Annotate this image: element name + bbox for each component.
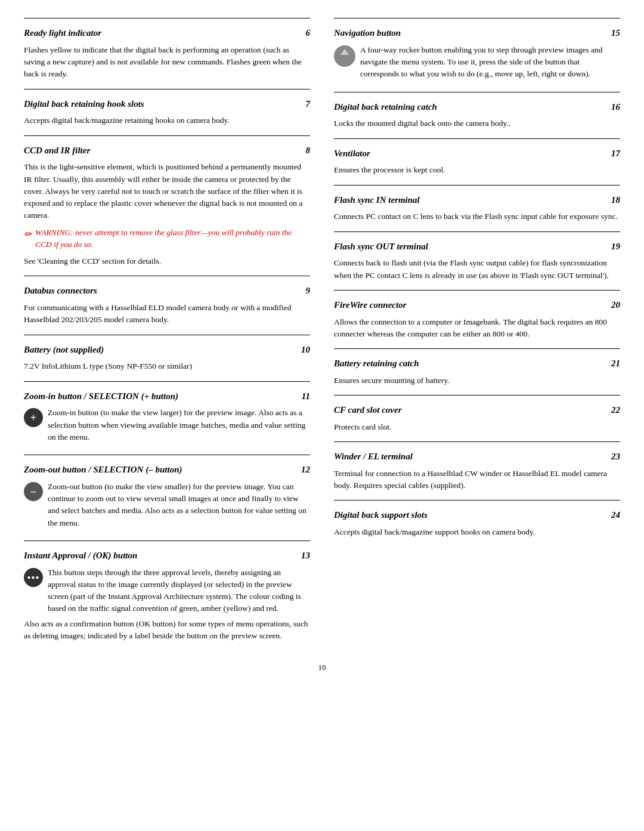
section-title-flash-sync-in-terminal: Flash sync IN terminal18 (334, 194, 620, 207)
section-title-ccd-and-ir-filter: CCD and IR filter8 (24, 144, 310, 157)
section-navigation-button: Navigation button15A four-way rocker but… (334, 18, 620, 89)
dots-icon: ●●● (24, 568, 43, 587)
title-text-firewire-connector: FireWire connector (334, 299, 407, 312)
plus-icon: + (24, 408, 43, 427)
section-title-zoom-out-button: Zoom-out button / SELECTION (– button)12 (24, 464, 310, 477)
section-digital-back-retaining-hook-slots: Digital back retaining hook slots7Accept… (24, 89, 310, 133)
section-ccd-and-ir-filter: CCD and IR filter8This is the light-sens… (24, 135, 310, 274)
title-text-ventilator: Ventilator (334, 147, 370, 160)
section-battery-retaining-catch: Battery retaining catch21Ensures secure … (334, 348, 620, 393)
title-text-digital-back-retaining-hook-slots: Digital back retaining hook slots (24, 98, 144, 111)
section-cf-card-slot-cover: CF card slot cover22Protects card slot. (334, 395, 620, 439)
body-para-0-flash-sync-in-terminal: Connects PC contact on C lens to back vi… (334, 211, 620, 223)
title-text-battery-not-supplied: Battery (not supplied) (24, 344, 104, 357)
section-body-zoom-out-button: –Zoom-out button (to make the view small… (24, 481, 310, 529)
section-instant-approval-ok-button: Instant Approval / (OK) button13●●●This … (24, 540, 310, 648)
section-title-navigation-button: Navigation button15 (334, 27, 620, 40)
section-number-ccd-and-ir-filter: 8 (306, 144, 311, 157)
section-title-battery-not-supplied: Battery (not supplied)10 (24, 344, 310, 357)
body-para-0-battery-retaining-catch: Ensures secure mounting of battery. (334, 375, 620, 387)
section-number-digital-back-retaining-hook-slots: 7 (306, 98, 311, 111)
section-title-battery-retaining-catch: Battery retaining catch21 (334, 357, 620, 370)
body-para-0-cf-card-slot-cover: Protects card slot. (334, 421, 620, 433)
section-zoom-out-button: Zoom-out button / SELECTION (– button)12… (24, 455, 310, 538)
section-digital-back-support-slots: Digital back support slots24Accepts digi… (334, 500, 620, 544)
section-body-battery-retaining-catch: Ensures secure mounting of battery. (334, 375, 620, 387)
section-number-battery-not-supplied: 10 (301, 344, 310, 357)
section-title-digital-back-support-slots: Digital back support slots24 (334, 509, 620, 522)
section-number-ready-light-indicator: 6 (306, 27, 311, 40)
body-para-0-digital-back-retaining-hook-slots: Accepts digital back/magazine retaining … (24, 115, 310, 126)
title-text-ccd-and-ir-filter: CCD and IR filter (24, 144, 90, 157)
section-title-digital-back-retaining-hook-slots: Digital back retaining hook slots7 (24, 98, 310, 111)
body-para-0-flash-sync-out-terminal: Connects back to flash unit (via the Fla… (334, 257, 620, 282)
section-digital-back-retaining-catch: Digital back retaining catch16Locks the … (334, 92, 620, 136)
title-text-databus-connectors: Databus connectors (24, 285, 97, 298)
section-number-flash-sync-in-terminal: 18 (611, 194, 620, 207)
section-ready-light-indicator: Ready light indicator6Flashes yellow to … (24, 18, 310, 87)
section-number-instant-approval-ok-button: 13 (301, 549, 310, 563)
title-text-zoom-out-button: Zoom-out button / SELECTION (– button) (24, 464, 182, 477)
section-title-databus-connectors: Databus connectors9 (24, 285, 310, 298)
title-text-zoom-in-button: Zoom-in button / SELECTION (+ button) (24, 390, 178, 403)
section-number-zoom-out-button: 12 (301, 464, 310, 477)
section-flash-sync-in-terminal: Flash sync IN terminal18Connects PC cont… (334, 185, 620, 229)
section-title-zoom-in-button: Zoom-in button / SELECTION (+ button)11 (24, 390, 310, 403)
section-body-ready-light-indicator: Flashes yellow to indicate that the digi… (24, 44, 310, 81)
section-number-cf-card-slot-cover: 22 (611, 404, 620, 417)
section-body-digital-back-support-slots: Accepts digital back/magazine support ho… (334, 526, 620, 538)
warning-text-ccd-and-ir-filter: WARNING: never attempt to remove the gla… (35, 227, 310, 251)
section-firewire-connector: FireWire connector20Allows the connectio… (334, 290, 620, 346)
warning-ccd-and-ir-filter: ✏WARNING: never attempt to remove the gl… (24, 227, 310, 251)
icon-row-zoom-out-button: –Zoom-out button (to make the view small… (24, 481, 310, 529)
body-para-0-winder-el-terminal: Terminal for connection to a Hasselblad … (334, 468, 620, 492)
title-text-digital-back-support-slots: Digital back support slots (334, 509, 428, 522)
icon-body-text-instant-approval-ok-button: This button steps through the three appr… (48, 567, 310, 615)
title-text-flash-sync-out-terminal: Flash sync OUT terminal (334, 240, 428, 254)
right-column: Navigation button15A four-way rocker but… (334, 18, 620, 650)
main-content: Ready light indicator6Flashes yellow to … (24, 18, 620, 650)
left-column: Ready light indicator6Flashes yellow to … (24, 18, 310, 650)
body-para-0-firewire-connector: Allows the connection to a computer or I… (334, 316, 620, 341)
section-number-flash-sync-out-terminal: 19 (611, 240, 620, 254)
section-title-ready-light-indicator: Ready light indicator6 (24, 27, 310, 40)
icon-row-instant-approval-ok-button: ●●●This button steps through the three a… (24, 567, 310, 615)
section-winder-el-terminal: Winder / EL terminal23Terminal for conne… (334, 441, 620, 498)
title-text-instant-approval-ok-button: Instant Approval / (OK) button (24, 549, 137, 563)
section-title-ventilator: Ventilator17 (334, 147, 620, 160)
section-title-cf-card-slot-cover: CF card slot cover22 (334, 404, 620, 417)
section-databus-connectors: Databus connectors9For communicating wit… (24, 276, 310, 332)
section-number-navigation-button: 15 (611, 27, 620, 40)
page-number: 10 (24, 662, 620, 674)
body-para-0-ready-light-indicator: Flashes yellow to indicate that the digi… (24, 44, 310, 81)
section-flash-sync-out-terminal: Flash sync OUT terminal19Connects back t… (334, 231, 620, 288)
section-number-databus-connectors: 9 (306, 285, 311, 298)
icon-body-text-zoom-in-button: Zoom-in button (to make the view larger)… (48, 407, 310, 443)
section-number-ventilator: 17 (611, 147, 620, 160)
title-text-cf-card-slot-cover: CF card slot cover (334, 404, 401, 417)
section-number-battery-retaining-catch: 21 (611, 357, 620, 370)
section-body-flash-sync-in-terminal: Connects PC contact on C lens to back vi… (334, 211, 620, 223)
section-body-digital-back-retaining-hook-slots: Accepts digital back/magazine retaining … (24, 115, 310, 126)
title-text-battery-retaining-catch: Battery retaining catch (334, 357, 419, 370)
section-number-firewire-connector: 20 (611, 299, 620, 312)
section-body-battery-not-supplied: 7.2V InfoLithium L type (Sony NP-F550 or… (24, 360, 310, 372)
icon-body-text-zoom-out-button: Zoom-out button (to make the view smalle… (48, 481, 310, 529)
section-number-zoom-in-button: 11 (302, 390, 310, 403)
section-body-winder-el-terminal: Terminal for connection to a Hasselblad … (334, 468, 620, 492)
section-body-cf-card-slot-cover: Protects card slot. (334, 421, 620, 433)
body-para-0-digital-back-support-slots: Accepts digital back/magazine support ho… (334, 526, 620, 538)
body-para-0-ventilator: Ensures the processor is kept cool. (334, 164, 620, 176)
section-title-winder-el-terminal: Winder / EL terminal23 (334, 450, 620, 464)
minus-icon: – (24, 482, 43, 501)
section-title-firewire-connector: FireWire connector20 (334, 299, 620, 312)
section-body-databus-connectors: For communicating with a Hasselblad ELD … (24, 302, 310, 326)
section-title-instant-approval-ok-button: Instant Approval / (OK) button13 (24, 549, 310, 563)
body-para-0-battery-not-supplied: 7.2V InfoLithium L type (Sony NP-F550 or… (24, 360, 310, 372)
section-body-ventilator: Ensures the processor is kept cool. (334, 164, 620, 176)
section-zoom-in-button: Zoom-in button / SELECTION (+ button)11+… (24, 381, 310, 453)
section-title-digital-back-retaining-catch: Digital back retaining catch16 (334, 101, 620, 114)
icon-body-text-navigation-button: A four-way rocker button enabling you to… (360, 44, 620, 81)
section-body-zoom-in-button: +Zoom-in button (to make the view larger… (24, 407, 310, 443)
section-ventilator: Ventilator17Ensures the processor is kep… (334, 138, 620, 183)
